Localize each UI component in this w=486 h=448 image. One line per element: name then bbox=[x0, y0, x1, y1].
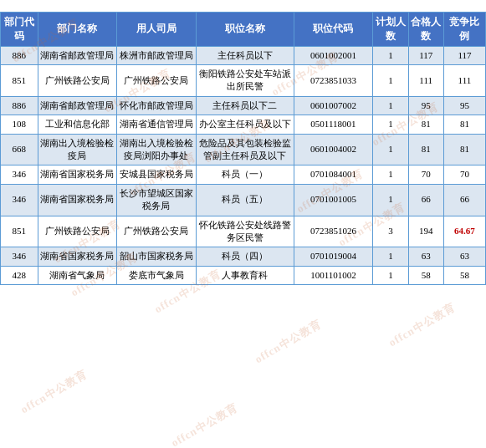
cell-2-0: 886 bbox=[1, 96, 38, 115]
cell-0-2: 株洲市邮政管理局 bbox=[117, 46, 197, 64]
cell-6-6: 66 bbox=[408, 184, 443, 216]
table-row: 428湖南省气象局娄底市气象局人事教育科100110100215858 bbox=[1, 266, 486, 284]
header-0: 部门代码 bbox=[1, 13, 38, 47]
cell-3-5: 1 bbox=[373, 115, 408, 134]
cell-4-6: 81 bbox=[408, 134, 443, 165]
cell-9-6: 58 bbox=[408, 266, 443, 284]
table-row: 851广州铁路公安局广州铁路公安局怀化铁路公安处线路警务区民警072385102… bbox=[1, 216, 486, 247]
cell-2-7: 95 bbox=[443, 96, 485, 115]
cell-8-2: 韶山市国家税务局 bbox=[117, 247, 197, 266]
table-row: 346湖南省国家税务局韶山市国家税务局科员（四）070101900416363 bbox=[1, 247, 486, 266]
table-row: 668湖南出入境检验检疫局湖南出入境检验检疫局浏阳办事处危险品及其包装检验监管副… bbox=[1, 134, 486, 165]
page-title bbox=[0, 0, 486, 12]
cell-8-5: 1 bbox=[373, 247, 408, 266]
cell-8-4: 0701019004 bbox=[294, 247, 373, 266]
cell-5-6: 70 bbox=[408, 165, 443, 184]
cell-7-6: 194 bbox=[408, 216, 443, 247]
cell-6-3: 科员（五） bbox=[196, 184, 294, 216]
cell-7-2: 广州铁路公安局 bbox=[117, 216, 197, 247]
table-row: 108工业和信息化部湖南省通信管理局办公室主任科员及以下050111800118… bbox=[1, 115, 486, 134]
cell-2-6: 95 bbox=[408, 96, 443, 115]
cell-7-5: 3 bbox=[373, 216, 408, 247]
cell-2-2: 怀化市邮政管理局 bbox=[117, 96, 197, 115]
cell-5-1: 湖南省国家税务局 bbox=[38, 165, 117, 184]
cell-0-7: 117 bbox=[443, 46, 485, 64]
cell-0-4: 0601002001 bbox=[294, 46, 373, 64]
cell-3-6: 81 bbox=[408, 115, 443, 134]
cell-1-6: 111 bbox=[408, 64, 443, 96]
cell-1-0: 851 bbox=[1, 64, 38, 96]
cell-0-1: 湖南省邮政管理局 bbox=[38, 46, 117, 64]
table-row: 346湖南省国家税务局长沙市望城区国家税务局科员（五）0701001005166… bbox=[1, 184, 486, 216]
cell-1-5: 1 bbox=[373, 64, 408, 96]
header-1: 部门名称 bbox=[38, 13, 117, 47]
cell-3-1: 工业和信息化部 bbox=[38, 115, 117, 134]
cell-7-3: 怀化铁路公安处线路警务区民警 bbox=[196, 216, 294, 247]
cell-6-1: 湖南省国家税务局 bbox=[38, 184, 117, 216]
cell-1-1: 广州铁路公安局 bbox=[38, 64, 117, 96]
cell-9-4: 1001101002 bbox=[294, 266, 373, 284]
cell-5-0: 346 bbox=[1, 165, 38, 184]
cell-5-4: 0701084001 bbox=[294, 165, 373, 184]
cell-4-2: 湖南出入境检验检疫局浏阳办事处 bbox=[117, 134, 197, 165]
cell-9-0: 428 bbox=[1, 266, 38, 284]
cell-9-3: 人事教育科 bbox=[196, 266, 294, 284]
competition-table: 部门代码部门名称用人司局职位名称职位代码计划人数合格人数竞争比例 886湖南省邮… bbox=[0, 12, 486, 285]
cell-5-7: 70 bbox=[443, 165, 485, 184]
cell-4-1: 湖南出入境检验检疫局 bbox=[38, 134, 117, 165]
cell-8-0: 346 bbox=[1, 247, 38, 266]
cell-6-7: 66 bbox=[443, 184, 485, 216]
cell-4-5: 1 bbox=[373, 134, 408, 165]
cell-2-1: 湖南省邮政管理局 bbox=[38, 96, 117, 115]
cell-8-3: 科员（四） bbox=[196, 247, 294, 266]
cell-3-4: 0501118001 bbox=[294, 115, 373, 134]
cell-0-3: 主任科员以下 bbox=[196, 46, 294, 64]
table-row: 886湖南省邮政管理局株洲市邮政管理局主任科员以下060100200111171… bbox=[1, 46, 486, 64]
cell-4-4: 0601004002 bbox=[294, 134, 373, 165]
cell-0-5: 1 bbox=[373, 46, 408, 64]
cell-1-4: 0723851033 bbox=[294, 64, 373, 96]
cell-8-6: 63 bbox=[408, 247, 443, 266]
cell-9-2: 娄底市气象局 bbox=[117, 266, 197, 284]
cell-5-2: 安城县国家税务局 bbox=[117, 165, 197, 184]
cell-9-5: 1 bbox=[373, 266, 408, 284]
cell-6-5: 1 bbox=[373, 184, 408, 216]
header-3: 职位名称 bbox=[196, 13, 294, 47]
cell-8-7: 63 bbox=[443, 247, 485, 266]
cell-1-7: 111 bbox=[443, 64, 485, 96]
header-2: 用人司局 bbox=[117, 13, 197, 47]
cell-6-0: 346 bbox=[1, 184, 38, 216]
cell-3-2: 湖南省通信管理局 bbox=[117, 115, 197, 134]
cell-2-3: 主任科员以下二 bbox=[196, 96, 294, 115]
cell-3-0: 108 bbox=[1, 115, 38, 134]
table-header-row: 部门代码部门名称用人司局职位名称职位代码计划人数合格人数竞争比例 bbox=[1, 13, 486, 47]
header-4: 职位代码 bbox=[294, 13, 373, 47]
header-5: 计划人数 bbox=[373, 13, 408, 47]
header-7: 竞争比例 bbox=[443, 13, 485, 47]
cell-7-7: 64.67 bbox=[443, 216, 485, 247]
cell-4-0: 668 bbox=[1, 134, 38, 165]
cell-0-0: 886 bbox=[1, 46, 38, 64]
cell-9-1: 湖南省气象局 bbox=[38, 266, 117, 284]
cell-4-7: 81 bbox=[443, 134, 485, 165]
cell-3-7: 81 bbox=[443, 115, 485, 134]
table-row: 851广州铁路公安局广州铁路公安局衡阳铁路公安处车站派出所民警072385103… bbox=[1, 64, 486, 96]
cell-7-1: 广州铁路公安局 bbox=[38, 216, 117, 247]
cell-8-1: 湖南省国家税务局 bbox=[38, 247, 117, 266]
cell-3-3: 办公室主任科员及以下 bbox=[196, 115, 294, 134]
cell-5-5: 1 bbox=[373, 165, 408, 184]
cell-4-3: 危险品及其包装检验监管副主任科员及以下 bbox=[196, 134, 294, 165]
cell-2-4: 0601007002 bbox=[294, 96, 373, 115]
header-6: 合格人数 bbox=[408, 13, 443, 47]
cell-5-3: 科员（一） bbox=[196, 165, 294, 184]
cell-1-2: 广州铁路公安局 bbox=[117, 64, 197, 96]
cell-7-4: 0723851026 bbox=[294, 216, 373, 247]
cell-1-3: 衡阳铁路公安处车站派出所民警 bbox=[196, 64, 294, 96]
table-row: 346湖南省国家税务局安城县国家税务局科员（一）070108400117070 bbox=[1, 165, 486, 184]
cell-0-6: 117 bbox=[408, 46, 443, 64]
cell-6-4: 0701001005 bbox=[294, 184, 373, 216]
cell-9-7: 58 bbox=[443, 266, 485, 284]
table-row: 886湖南省邮政管理局怀化市邮政管理局主任科员以下二06010070021959… bbox=[1, 96, 486, 115]
cell-2-5: 1 bbox=[373, 96, 408, 115]
cell-6-2: 长沙市望城区国家税务局 bbox=[117, 184, 197, 216]
